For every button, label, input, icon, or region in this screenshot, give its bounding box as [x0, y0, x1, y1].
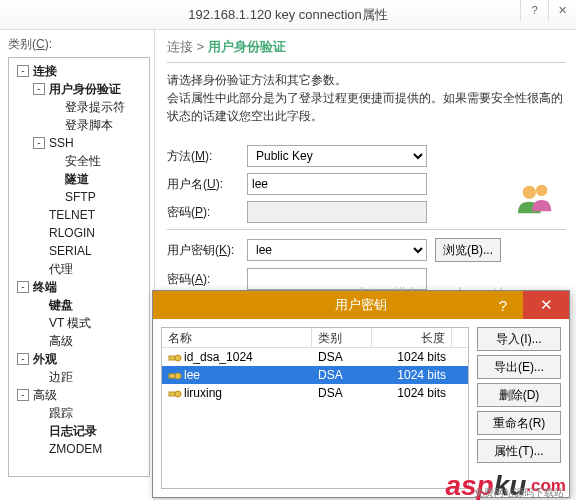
svg-rect-4	[169, 374, 175, 378]
tree-item[interactable]: 代理	[11, 260, 147, 278]
delete-button[interactable]: 删除(D)	[477, 383, 561, 407]
expand-icon[interactable]: -	[33, 83, 45, 95]
expand-icon[interactable]: -	[33, 137, 45, 149]
dialog-close-button[interactable]: ✕	[523, 291, 569, 319]
tree-label: 高级	[33, 387, 57, 404]
list-item[interactable]: leeDSA1024 bits	[162, 366, 468, 384]
tree-label: SSH	[49, 136, 74, 150]
tree-item[interactable]: -高级	[11, 386, 147, 404]
dialog-title: 用户密钥	[335, 296, 387, 314]
userkey-label: 用户密钥(K):	[167, 242, 247, 259]
description: 请选择身份验证方法和其它参数。 会话属性中此部分是为了登录过程更便捷而提供的。如…	[167, 71, 566, 125]
site-logo-sub: 免费网站源码下载站	[474, 486, 564, 500]
password-input	[247, 201, 427, 223]
key-icon	[168, 370, 182, 382]
expand-icon[interactable]: -	[17, 353, 29, 365]
tree-item[interactable]: -SSH	[11, 134, 147, 152]
window-buttons: ? ✕	[520, 0, 576, 20]
list-header: 名称 类别 长度	[162, 328, 468, 348]
tree-label: VT 模式	[49, 315, 91, 332]
tree-label: SERIAL	[49, 244, 92, 258]
tree-label: 登录提示符	[65, 99, 125, 116]
tree-label: 外观	[33, 351, 57, 368]
tree-item[interactable]: 边距	[11, 368, 147, 386]
tree-item[interactable]: 高级	[11, 332, 147, 350]
tree-item[interactable]: -连接	[11, 62, 147, 80]
dialog-help-button[interactable]: ?	[483, 291, 523, 319]
tree-item[interactable]: VT 模式	[11, 314, 147, 332]
svg-point-5	[175, 373, 181, 379]
tree-item[interactable]: 安全性	[11, 152, 147, 170]
svg-point-1	[536, 185, 547, 196]
key-icon	[168, 388, 182, 400]
export-button[interactable]: 导出(E)...	[477, 355, 561, 379]
method-label: 方法(M):	[167, 148, 247, 165]
svg-point-7	[175, 391, 181, 397]
properties-button[interactable]: 属性(T)...	[477, 439, 561, 463]
key-list[interactable]: 名称 类别 长度 id_dsa_1024DSA1024 bitsleeDSA10…	[161, 327, 469, 489]
method-select[interactable]: Public Key	[247, 145, 427, 167]
dialog-button-column: 导入(I)... 导出(E)... 删除(D) 重命名(R) 属性(T)...	[477, 327, 561, 489]
tree-label: 连接	[33, 63, 57, 80]
tree-label: 代理	[49, 261, 73, 278]
browse-button[interactable]: 浏览(B)...	[435, 238, 501, 262]
tree-label: 边距	[49, 369, 73, 386]
tree-item[interactable]: 跟踪	[11, 404, 147, 422]
key-icon	[168, 352, 182, 364]
tree-label: 登录脚本	[65, 117, 113, 134]
tree-item[interactable]: -终端	[11, 278, 147, 296]
tree-item[interactable]: SERIAL	[11, 242, 147, 260]
tree-item[interactable]: -外观	[11, 350, 147, 368]
tree-label: 终端	[33, 279, 57, 296]
tree-label: 隧道	[65, 171, 89, 188]
help-button[interactable]: ?	[520, 0, 548, 20]
tree-item[interactable]: 键盘	[11, 296, 147, 314]
tree-item[interactable]: 隧道	[11, 170, 147, 188]
import-button[interactable]: 导入(I)...	[477, 327, 561, 351]
divider	[167, 229, 566, 230]
password-label: 密码(P):	[167, 204, 247, 221]
username-label: 用户名(U):	[167, 176, 247, 193]
tree-label: TELNET	[49, 208, 95, 222]
username-input[interactable]	[247, 173, 427, 195]
list-item[interactable]: id_dsa_1024DSA1024 bits	[162, 348, 468, 366]
tree-item[interactable]: 登录提示符	[11, 98, 147, 116]
keypass-label: 密码(A):	[167, 271, 247, 288]
keypass-input[interactable]	[247, 268, 427, 290]
userkey-dialog: 用户密钥 ? ✕ 名称 类别 长度 id_dsa_1024DSA1024 bit…	[152, 290, 570, 498]
category-panel: 类别(C): -连接-用户身份验证登录提示符登录脚本-SSH安全性隧道SFTPT…	[0, 30, 155, 500]
users-icon	[516, 180, 554, 216]
tree-item[interactable]: TELNET	[11, 206, 147, 224]
category-label: 类别(C):	[8, 36, 150, 53]
tree-label: 安全性	[65, 153, 101, 170]
category-tree[interactable]: -连接-用户身份验证登录提示符登录脚本-SSH安全性隧道SFTPTELNETRL…	[8, 57, 150, 477]
close-button[interactable]: ✕	[548, 0, 576, 20]
tree-label: ZMODEM	[49, 442, 102, 456]
window-title: 192.168.1.120 key connection属性	[188, 6, 387, 24]
col-length[interactable]: 长度	[372, 328, 452, 347]
tree-item[interactable]: 登录脚本	[11, 116, 147, 134]
dialog-titlebar: 用户密钥 ? ✕	[153, 291, 569, 319]
svg-point-3	[175, 355, 181, 361]
userkey-select[interactable]: lee	[247, 239, 427, 261]
titlebar: 192.168.1.120 key connection属性 ? ✕	[0, 0, 576, 30]
expand-icon[interactable]: -	[17, 281, 29, 293]
svg-rect-2	[169, 356, 175, 360]
tree-label: 高级	[49, 333, 73, 350]
list-item[interactable]: liruxingDSA1024 bits	[162, 384, 468, 402]
col-type[interactable]: 类别	[312, 328, 372, 347]
divider	[167, 62, 566, 63]
breadcrumb-parent: 连接	[167, 39, 193, 54]
tree-label: 键盘	[49, 297, 73, 314]
expand-icon[interactable]: -	[17, 389, 29, 401]
tree-item[interactable]: -用户身份验证	[11, 80, 147, 98]
col-name[interactable]: 名称	[162, 328, 312, 347]
rename-button[interactable]: 重命名(R)	[477, 411, 561, 435]
tree-label: 跟踪	[49, 405, 73, 422]
tree-item[interactable]: 日志记录	[11, 422, 147, 440]
tree-label: SFTP	[65, 190, 96, 204]
tree-item[interactable]: ZMODEM	[11, 440, 147, 458]
expand-icon[interactable]: -	[17, 65, 29, 77]
tree-item[interactable]: RLOGIN	[11, 224, 147, 242]
tree-item[interactable]: SFTP	[11, 188, 147, 206]
